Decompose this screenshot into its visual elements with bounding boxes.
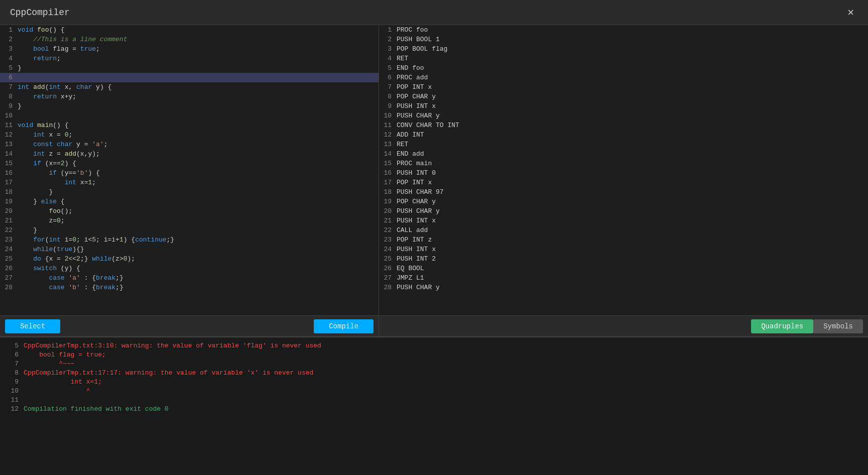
output-line-number: 9	[379, 101, 397, 111]
output-line-content: POP CHAR y	[397, 197, 868, 206]
compile-button[interactable]: Compile	[314, 319, 374, 333]
output-line-number: 13	[379, 140, 397, 149]
line-number: 22	[0, 225, 18, 235]
output-scroll[interactable]: 1PROC foo2PUSH BOOL 13POP BOOL flag4RET5…	[379, 25, 868, 315]
line-number: 17	[0, 178, 18, 187]
line-content: return x+y;	[18, 92, 379, 101]
output-line-25: 25PUSH INT 2	[379, 254, 868, 264]
console-line-text: CppCompilerTmp.txt:3:10: warning: the va…	[24, 341, 862, 350]
output-line-content: PUSH CHAR y	[397, 283, 868, 292]
output-line-3: 3POP BOOL flag	[379, 44, 868, 54]
output-line-1: 1PROC foo	[379, 25, 868, 35]
output-line-content: POP INT x	[397, 82, 868, 92]
output-line-content: RET	[397, 54, 868, 63]
console-line-text: ^	[24, 387, 862, 396]
output-line-23: 23POP INT z	[379, 235, 868, 245]
editor-line-12: 12 int x = 0;	[0, 130, 379, 140]
editor-line-3: 3 bool flag = true;	[0, 44, 379, 54]
editor-line-16: 16 if (y=='b') {	[0, 168, 379, 178]
output-panel: 1PROC foo2PUSH BOOL 13POP BOOL flag4RET5…	[379, 25, 868, 336]
line-number: 15	[0, 159, 18, 168]
line-number: 26	[0, 264, 18, 273]
editor-line-24: 24 while(true){}	[0, 245, 379, 254]
editor-line-7: 7int add(int x, char y) {	[0, 82, 379, 92]
console-line-number: 12	[6, 405, 24, 414]
line-content: return;	[18, 54, 379, 63]
editor-line-13: 13 const char y = 'a';	[0, 140, 379, 149]
editor-toolbar: Select Compile	[0, 315, 379, 336]
output-line-number: 22	[379, 225, 397, 235]
output-line-number: 23	[379, 235, 397, 245]
output-line-content: PUSH CHAR 97	[397, 187, 868, 197]
console-line: 8CppCompilerTmp.txt:17:17: warning: the …	[6, 369, 862, 378]
console-line: 11	[6, 396, 862, 405]
output-line-content: EQ BOOL	[397, 264, 868, 273]
output-line-content: END foo	[397, 63, 868, 73]
console-line: 12Compilation finished with exit code 0	[6, 405, 862, 414]
output-line-number: 8	[379, 92, 397, 101]
output-line-number: 3	[379, 44, 397, 54]
line-content: case 'a' : {break;}	[18, 273, 379, 283]
line-number: 5	[0, 63, 18, 73]
line-content: foo();	[18, 206, 379, 216]
line-number: 20	[0, 206, 18, 216]
output-line-10: 10PUSH CHAR y	[379, 111, 868, 121]
output-line-content: PUSH INT x	[397, 216, 868, 225]
line-content: if (y=='b') {	[18, 168, 379, 178]
line-number: 12	[0, 130, 18, 140]
output-line-11: 11CONV CHAR TO INT	[379, 121, 868, 130]
line-content: bool flag = true;	[18, 44, 379, 54]
output-line-number: 2	[379, 35, 397, 44]
line-content: }	[18, 225, 379, 235]
output-line-content: PUSH CHAR y	[397, 206, 868, 216]
output-line-number: 11	[379, 121, 397, 130]
output-line-4: 4RET	[379, 54, 868, 63]
editor-line-17: 17 int x=1;	[0, 178, 379, 187]
editor-scroll[interactable]: 1void foo() {2 //This is a line comment3…	[0, 25, 379, 315]
line-number: 3	[0, 44, 18, 54]
output-line-14: 14END add	[379, 149, 868, 159]
select-button[interactable]: Select	[5, 319, 60, 333]
line-content: if (x==2) {	[18, 159, 379, 168]
output-line-content: ADD INT	[397, 130, 868, 140]
output-line-content: CONV CHAR TO INT	[397, 121, 868, 130]
editor-line-5: 5}	[0, 63, 379, 73]
output-line-number: 1	[379, 25, 397, 35]
output-line-number: 24	[379, 245, 397, 254]
output-line-number: 18	[379, 187, 397, 197]
console-line: 5CppCompilerTmp.txt:3:10: warning: the v…	[6, 341, 862, 350]
output-line-content: PUSH INT 0	[397, 168, 868, 178]
close-button[interactable]: ×	[843, 4, 858, 21]
output-line-16: 16PUSH INT 0	[379, 168, 868, 178]
line-number: 24	[0, 245, 18, 254]
output-line-number: 21	[379, 216, 397, 225]
output-line-content: END add	[397, 149, 868, 159]
output-line-number: 5	[379, 63, 397, 73]
line-content: case 'b' : {break;}	[18, 283, 379, 292]
editor-line-14: 14 int z = add(x,y);	[0, 149, 379, 159]
output-line-number: 15	[379, 159, 397, 168]
output-line-number: 28	[379, 283, 397, 292]
editor-code-lines: 1void foo() {2 //This is a line comment3…	[0, 25, 379, 292]
output-line-5: 5END foo	[379, 63, 868, 73]
line-content: void main() {	[18, 121, 379, 130]
output-line-8: 8POP CHAR y	[379, 92, 868, 101]
output-line-content: PUSH INT 2	[397, 254, 868, 264]
output-line-content: POP INT z	[397, 235, 868, 245]
output-toolbar: Quadruples Symbols	[379, 315, 868, 336]
line-content	[18, 73, 379, 82]
editor-line-10: 10	[0, 111, 379, 121]
console-line-text	[24, 396, 862, 405]
editor-line-8: 8 return x+y;	[0, 92, 379, 101]
line-content: int add(int x, char y) {	[18, 82, 379, 92]
quadruples-tab[interactable]: Quadruples	[751, 319, 813, 333]
output-line-number: 10	[379, 111, 397, 121]
symbols-tab[interactable]: Symbols	[813, 319, 863, 333]
console-line-number: 5	[6, 341, 24, 350]
output-line-9: 9PUSH INT x	[379, 101, 868, 111]
line-number: 6	[0, 73, 18, 82]
output-line-content: PROC add	[397, 73, 868, 82]
line-number: 1	[0, 25, 18, 35]
output-line-number: 26	[379, 264, 397, 273]
output-line-number: 16	[379, 168, 397, 178]
